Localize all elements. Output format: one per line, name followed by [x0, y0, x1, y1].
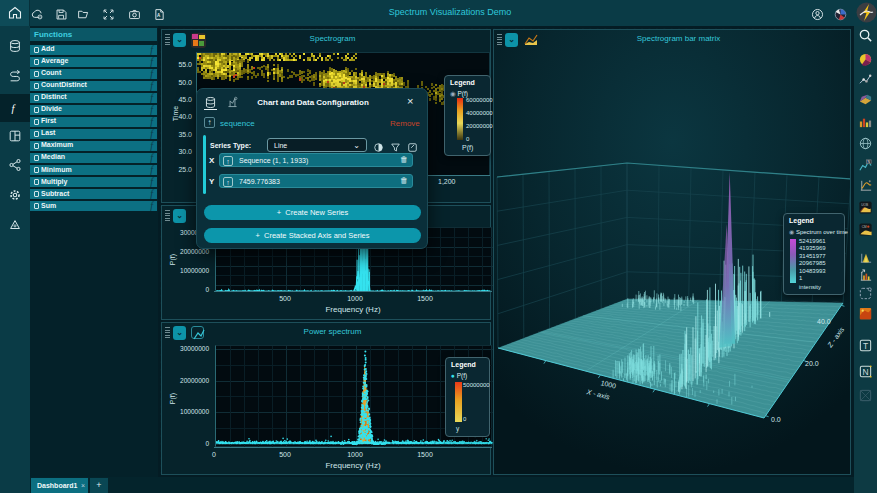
svg-text:0.0: 0.0: [771, 416, 781, 423]
svg-text:CM: CM: [862, 225, 867, 229]
svg-text:f: f: [12, 103, 17, 114]
svg-text:N: N: [863, 367, 869, 377]
svg-text:A: A: [157, 13, 161, 18]
svg-text:UOB: UOB: [861, 203, 868, 207]
svg-text:20.0: 20.0: [805, 360, 819, 367]
svg-text:40.0: 40.0: [817, 318, 831, 325]
svg-text:T: T: [863, 341, 868, 351]
